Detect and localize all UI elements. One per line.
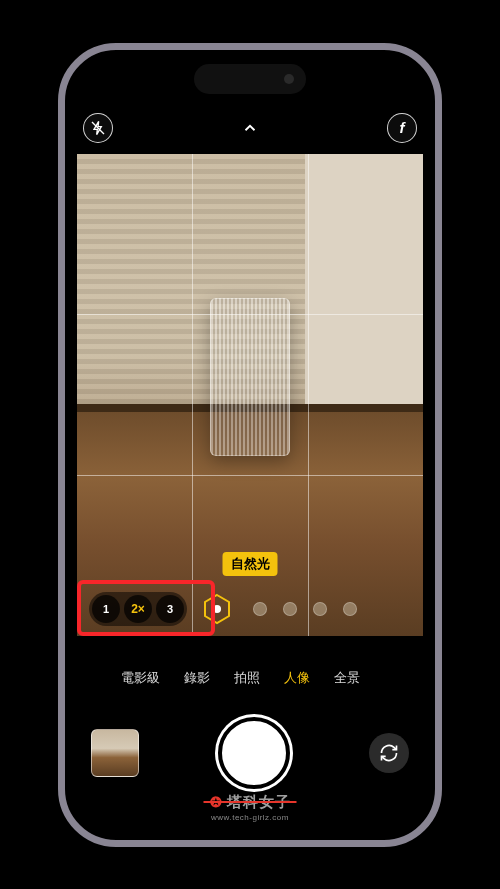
camera-top-controls: f [65, 106, 435, 150]
watermark-strikethrough [204, 801, 297, 803]
scene-glass-object [210, 298, 290, 456]
shutter-button[interactable] [218, 717, 290, 789]
camera-bottom-controls [65, 708, 435, 798]
watermark: ✪塔科女子 www.tech-girlz.com [210, 793, 291, 822]
camera-flip-icon [379, 743, 399, 763]
lighting-option-dot[interactable] [343, 602, 357, 616]
f-number-toggle[interactable]: f [387, 113, 417, 143]
front-camera-dot [284, 74, 294, 84]
chevron-up-icon [241, 119, 259, 137]
mode-video[interactable]: 錄影 [184, 669, 210, 687]
controls-expand-toggle[interactable] [235, 113, 265, 143]
watermark-brand: ✪塔科女子 [210, 793, 291, 812]
grid-line [308, 154, 309, 636]
mode-pano[interactable]: 全景 [334, 669, 360, 687]
flash-off-icon [90, 120, 106, 136]
camera-mode-selector[interactable]: 電影級 錄影 拍照 人像 全景 [65, 666, 435, 690]
viewfinder-bottom-controls: 1 2× 3 [77, 590, 423, 628]
f-label: f [400, 119, 405, 136]
grid-line [77, 314, 423, 315]
last-photo-thumbnail[interactable] [91, 729, 139, 777]
lighting-option-dot[interactable] [313, 602, 327, 616]
iphone-frame: f 自然光 1 2× 3 [58, 43, 442, 847]
flash-toggle[interactable] [83, 113, 113, 143]
camera-viewfinder[interactable]: 自然光 1 2× 3 [77, 154, 423, 636]
scene-wall [305, 154, 423, 405]
lighting-option-dot[interactable] [283, 602, 297, 616]
lighting-mode-badge: 自然光 [223, 552, 278, 576]
lighting-options[interactable] [253, 602, 357, 616]
mode-photo[interactable]: 拍照 [234, 669, 260, 687]
watermark-url: www.tech-girlz.com [211, 813, 289, 822]
mode-portrait[interactable]: 人像 [284, 669, 310, 687]
mode-cinematic[interactable]: 電影級 [121, 669, 160, 687]
dynamic-island [194, 64, 306, 94]
grid-line [192, 154, 193, 636]
lighting-option-dot[interactable] [253, 602, 267, 616]
grid-line [77, 475, 423, 476]
annotation-highlight-box [77, 580, 215, 636]
camera-flip-button[interactable] [369, 733, 409, 773]
